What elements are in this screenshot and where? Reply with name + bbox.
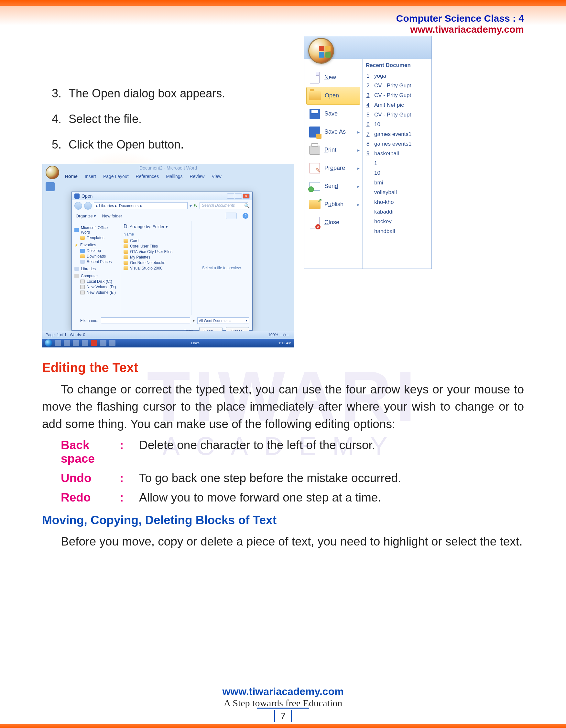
help-icon[interactable]: ? xyxy=(243,213,249,219)
status-bar: Page: 1 of 1 Words: 0 100% ─⊙─ xyxy=(42,331,294,339)
edit-option-row: Redo:Allow you to move forward one step … xyxy=(42,491,524,504)
tab-home[interactable]: Home xyxy=(65,174,78,179)
view-options-button[interactable] xyxy=(226,213,237,219)
recent-doc-item[interactable]: 610 xyxy=(366,120,428,129)
menu-item-close[interactable]: Close xyxy=(304,214,362,232)
tab-page-layout[interactable]: Page Layout xyxy=(103,174,129,179)
recent-doc-item[interactable]: 8games events1 xyxy=(366,139,428,149)
tab-insert[interactable]: Insert xyxy=(85,174,96,179)
filetype-select[interactable]: All Word Documents▾ xyxy=(197,317,249,324)
path-seg-2[interactable]: Documents xyxy=(119,204,139,208)
folder-item[interactable]: Corel User Files xyxy=(124,244,188,248)
recent-doc-item[interactable]: 3CV - Prity Gupt xyxy=(366,91,428,100)
recent-doc-item[interactable]: hockey xyxy=(366,217,428,226)
folder-icon xyxy=(124,239,128,243)
recent-doc-item[interactable]: 7games events1 xyxy=(366,129,428,139)
heading-editing: Editing the Text xyxy=(42,360,524,375)
file-list[interactable]: D. Arrange by: Folder ▾ Name CorelCorel … xyxy=(120,221,192,315)
zoom-level[interactable]: 100% xyxy=(268,333,278,337)
menu-item-print[interactable]: Print▸ xyxy=(304,141,362,159)
close-button[interactable]: × xyxy=(243,193,250,199)
min-button[interactable] xyxy=(227,193,234,199)
taskbar-app-icon[interactable] xyxy=(64,340,70,346)
word-count: Words: 0 xyxy=(70,333,85,337)
address-bar[interactable]: ▸ Libraries ▸ Documents ▸ xyxy=(94,202,188,209)
tab-references[interactable]: References xyxy=(136,174,159,179)
taskbar-app-icon[interactable] xyxy=(100,340,106,346)
page-footer: www.tiwariacademy.com A Step towards fre… xyxy=(0,686,566,709)
menu-item-publish[interactable]: Publish▸ xyxy=(304,195,362,214)
taskbar-app-icon[interactable] xyxy=(55,340,61,346)
drive-icon xyxy=(80,291,85,294)
recent-doc-item[interactable]: 9basketball xyxy=(366,149,428,159)
filename-input[interactable] xyxy=(101,317,190,324)
open-dialog: Open × ▸ Libraries ▸ Documents ▸ xyxy=(72,192,253,331)
folder-item[interactable]: Corel xyxy=(124,238,188,243)
taskbar-app-icon[interactable] xyxy=(82,340,88,346)
start-button-icon[interactable] xyxy=(45,339,52,347)
taskbar-app-icon[interactable] xyxy=(91,340,97,346)
menu-item-open[interactable]: Open xyxy=(306,87,360,105)
recent-doc-item[interactable]: 4Amit Net pic xyxy=(366,100,428,110)
forward-button[interactable] xyxy=(84,202,92,210)
recent-doc-item[interactable]: bmi xyxy=(366,178,428,188)
folder-icon xyxy=(124,261,128,265)
menu-item-saveas[interactable]: Save As▸ xyxy=(304,123,362,141)
prepare-icon xyxy=(309,163,320,173)
para-editing: To change or correct the typed text, you… xyxy=(42,381,524,433)
folder-icon xyxy=(124,266,128,270)
path-seg-1[interactable]: ▸ Libraries ▸ xyxy=(96,204,117,208)
deskbar-links[interactable]: Links xyxy=(191,341,200,345)
menu-item-prepare[interactable]: Prepare▸ xyxy=(304,159,362,177)
recent-doc-item[interactable]: volleyball xyxy=(366,188,428,197)
nav-pane[interactable]: Microsoft Office Word Templates ★Favorit… xyxy=(72,221,120,315)
quick-access-icon[interactable] xyxy=(46,182,55,191)
folder-item[interactable]: GTA Vice City User Files xyxy=(124,249,188,254)
max-button[interactable] xyxy=(235,193,242,199)
recent-doc-item[interactable]: 10 xyxy=(366,168,428,178)
dialog-title: Open xyxy=(82,193,93,199)
folder-item[interactable]: My Palettes xyxy=(124,255,188,259)
recent-doc-item[interactable]: 1 xyxy=(366,159,428,168)
save-icon xyxy=(309,109,320,119)
taskbar-app-icon[interactable] xyxy=(73,340,79,346)
folder-item[interactable]: Visual Studio 2008 xyxy=(124,266,188,270)
office-button-icon[interactable] xyxy=(46,166,59,179)
menu-item-send[interactable]: Send▸ xyxy=(304,177,362,195)
libraries-icon xyxy=(74,267,79,271)
office-menu-items[interactable]: NewOpenSaveSave As▸Print▸Prepare▸Send▸Pu… xyxy=(304,59,362,269)
tab-view[interactable]: View xyxy=(212,174,221,179)
class-title: Computer Science Class : 4 xyxy=(396,13,524,24)
recent-doc-item[interactable]: 1yoga xyxy=(366,71,428,81)
search-input[interactable]: Search Documents xyxy=(200,202,248,209)
word-logo-icon xyxy=(74,193,80,199)
recent-doc-item[interactable]: handball xyxy=(366,226,428,236)
office-button-icon[interactable] xyxy=(308,38,334,64)
recent-doc-item[interactable]: 2CV - Prity Gupt xyxy=(366,81,428,91)
para-moving: Before you move, copy or delete a piece … xyxy=(42,533,524,550)
page-header: Computer Science Class : 4 www.tiwariaca… xyxy=(396,13,524,35)
send-icon xyxy=(309,182,320,191)
clock: 1:12 AM xyxy=(279,341,291,345)
menu-item-save[interactable]: Save xyxy=(304,105,362,123)
back-button[interactable] xyxy=(74,202,82,210)
word-window-title: Document2 - Microsoft Word xyxy=(42,164,294,172)
recent-doc-item[interactable]: kabaddi xyxy=(366,207,428,217)
edit-option-row: Back space:Delete one character to the l… xyxy=(42,438,524,466)
open-icon xyxy=(309,91,321,100)
menu-item-new[interactable]: New xyxy=(304,69,362,87)
desktop-icon xyxy=(80,249,85,253)
drive-icon xyxy=(80,280,85,283)
new-folder-button[interactable]: New folder xyxy=(102,214,122,218)
page-count: Page: 1 of 1 xyxy=(46,333,67,337)
recent-doc-item[interactable]: kho-kho xyxy=(366,197,428,207)
taskbar-app-icon[interactable] xyxy=(109,340,116,346)
taskbar[interactable]: Links 1:12 AM xyxy=(42,339,294,347)
recent-doc-item[interactable]: 5CV - Prity Gupt xyxy=(366,110,428,120)
tab-review[interactable]: Review xyxy=(190,174,205,179)
new-icon xyxy=(310,72,319,83)
ribbon-tabs[interactable]: Home Insert Page Layout References Maili… xyxy=(42,172,294,181)
tab-mailings[interactable]: Mailings xyxy=(166,174,183,179)
folder-item[interactable]: OneNote Notebooks xyxy=(124,260,188,265)
organize-menu[interactable]: Organize ▾ xyxy=(76,214,96,218)
